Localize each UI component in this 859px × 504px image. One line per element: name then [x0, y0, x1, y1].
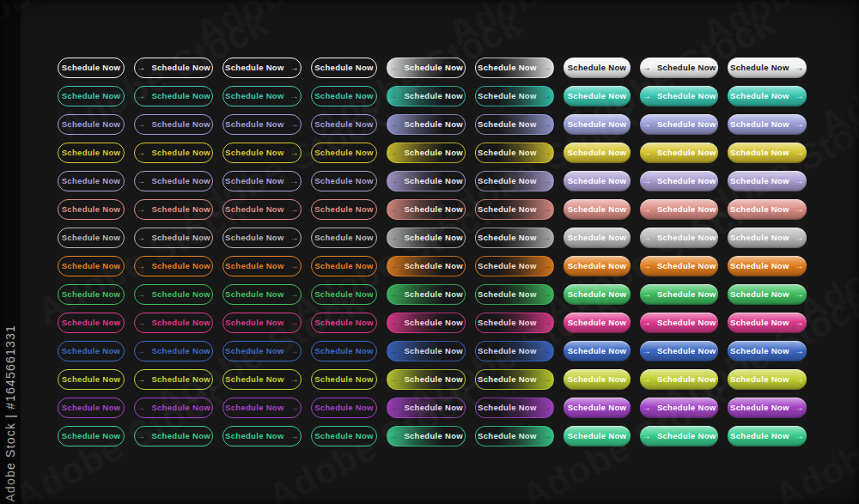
schedule-now-button-blue-solid-arrow-trailing[interactable]: Schedule Now→: [728, 341, 807, 361]
schedule-now-button-lavender-gradient-glow-leading[interactable]: →Schedule Now: [387, 171, 466, 191]
schedule-now-button-green-solid-arrow-trailing[interactable]: Schedule Now→: [728, 284, 807, 305]
schedule-now-button-teal-solid[interactable]: Schedule Now: [564, 86, 631, 106]
schedule-now-button-magenta-solid-arrow-trailing[interactable]: Schedule Now→: [728, 313, 807, 333]
schedule-now-button-yellow-solid[interactable]: Schedule Now: [564, 143, 631, 163]
schedule-now-button-violet-solid-arrow-leading[interactable]: →Schedule Now: [640, 398, 718, 418]
schedule-now-button-green-outline-thin[interactable]: Schedule Now: [311, 284, 377, 305]
schedule-now-button-lavender-outline-thin[interactable]: Schedule Now: [311, 171, 377, 191]
schedule-now-button-blue-outline-arrow-trailing[interactable]: Schedule Now→: [222, 341, 302, 361]
schedule-now-button-blue-outline-arrow-leading[interactable]: →Schedule Now: [134, 341, 213, 361]
schedule-now-button-white-solid-arrow-trailing[interactable]: Schedule Now→: [728, 58, 807, 78]
schedule-now-button-white-gradient-glow-leading[interactable]: →Schedule Now: [387, 58, 466, 78]
schedule-now-button-emerald-solid-arrow-leading[interactable]: →Schedule Now: [640, 426, 718, 446]
schedule-now-button-periwinkle-solid-arrow-trailing[interactable]: Schedule Now→: [728, 114, 807, 135]
schedule-now-button-teal-gradient-glow-trailing[interactable]: Schedule Now→: [475, 86, 554, 106]
schedule-now-button-silver-outline-arrow-leading[interactable]: →Schedule Now: [134, 228, 213, 248]
schedule-now-button-periwinkle-outline-arrow-leading[interactable]: →Schedule Now: [134, 114, 213, 135]
schedule-now-button-magenta-gradient-glow-trailing[interactable]: Schedule Now→: [475, 313, 554, 333]
schedule-now-button-salmon-outline-arrow-leading[interactable]: →Schedule Now: [134, 199, 213, 220]
schedule-now-button-periwinkle-gradient-glow-trailing[interactable]: Schedule Now→: [475, 114, 554, 135]
schedule-now-button-yellow-gradient-glow-leading[interactable]: →Schedule Now: [387, 143, 466, 163]
schedule-now-button-emerald-solid[interactable]: Schedule Now: [564, 426, 631, 446]
schedule-now-button-lime-outline-arrow-trailing[interactable]: Schedule Now→: [222, 369, 302, 390]
schedule-now-button-yellow-gradient-glow-trailing[interactable]: Schedule Now→: [475, 143, 554, 163]
schedule-now-button-orange-solid-arrow-leading[interactable]: →Schedule Now: [640, 256, 718, 276]
schedule-now-button-emerald-gradient-glow-trailing[interactable]: Schedule Now→: [475, 426, 554, 446]
schedule-now-button-magenta-solid[interactable]: Schedule Now: [564, 313, 631, 333]
schedule-now-button-emerald-outline[interactable]: Schedule Now: [58, 426, 125, 446]
schedule-now-button-yellow-solid-arrow-trailing[interactable]: Schedule Now→: [728, 143, 807, 163]
schedule-now-button-orange-gradient-glow-leading[interactable]: →Schedule Now: [387, 256, 466, 276]
schedule-now-button-salmon-outline-thin[interactable]: Schedule Now: [311, 199, 377, 220]
schedule-now-button-salmon-gradient-glow-trailing[interactable]: Schedule Now→: [475, 199, 554, 220]
schedule-now-button-green-solid[interactable]: Schedule Now: [564, 284, 631, 305]
schedule-now-button-lime-outline-arrow-leading[interactable]: →Schedule Now: [134, 369, 213, 390]
schedule-now-button-silver-gradient-glow-leading[interactable]: →Schedule Now: [387, 228, 466, 248]
schedule-now-button-lime-gradient-glow-leading[interactable]: →Schedule Now: [387, 369, 466, 390]
schedule-now-button-blue-gradient-glow-leading[interactable]: →Schedule Now: [387, 341, 466, 361]
schedule-now-button-periwinkle-outline-thin[interactable]: Schedule Now: [311, 114, 377, 135]
schedule-now-button-orange-outline-arrow-trailing[interactable]: Schedule Now→: [222, 256, 302, 276]
schedule-now-button-magenta-solid-arrow-leading[interactable]: →Schedule Now: [640, 313, 718, 333]
schedule-now-button-teal-gradient-glow-leading[interactable]: →Schedule Now: [387, 86, 466, 106]
schedule-now-button-yellow-outline[interactable]: Schedule Now: [58, 143, 125, 163]
schedule-now-button-white-outline[interactable]: Schedule Now: [58, 58, 125, 78]
schedule-now-button-lime-solid-arrow-leading[interactable]: →Schedule Now: [640, 369, 718, 390]
schedule-now-button-violet-gradient-glow-trailing[interactable]: Schedule Now→: [475, 398, 554, 418]
schedule-now-button-lime-outline[interactable]: Schedule Now: [58, 369, 125, 390]
schedule-now-button-magenta-outline[interactable]: Schedule Now: [58, 313, 125, 333]
schedule-now-button-green-outline[interactable]: Schedule Now: [58, 284, 125, 305]
schedule-now-button-lavender-solid-arrow-trailing[interactable]: Schedule Now→: [728, 171, 807, 191]
schedule-now-button-lavender-outline-arrow-trailing[interactable]: Schedule Now→: [222, 171, 302, 191]
schedule-now-button-white-solid-arrow-leading[interactable]: →Schedule Now: [640, 58, 718, 78]
schedule-now-button-violet-gradient-glow-leading[interactable]: →Schedule Now: [387, 398, 466, 418]
schedule-now-button-violet-outline-arrow-trailing[interactable]: Schedule Now→: [222, 398, 302, 418]
schedule-now-button-periwinkle-outline-arrow-trailing[interactable]: Schedule Now→: [222, 114, 302, 135]
schedule-now-button-green-outline-arrow-leading[interactable]: →Schedule Now: [134, 284, 213, 305]
schedule-now-button-teal-solid-arrow-trailing[interactable]: Schedule Now→: [728, 86, 807, 106]
schedule-now-button-lime-outline-thin[interactable]: Schedule Now: [311, 369, 377, 390]
schedule-now-button-emerald-gradient-glow-leading[interactable]: →Schedule Now: [387, 426, 466, 446]
schedule-now-button-green-gradient-glow-trailing[interactable]: Schedule Now→: [475, 284, 554, 305]
schedule-now-button-teal-solid-arrow-leading[interactable]: →Schedule Now: [640, 86, 718, 106]
schedule-now-button-magenta-gradient-glow-leading[interactable]: →Schedule Now: [387, 313, 466, 333]
schedule-now-button-blue-solid-arrow-leading[interactable]: →Schedule Now: [640, 341, 718, 361]
schedule-now-button-lavender-outline-arrow-leading[interactable]: →Schedule Now: [134, 171, 213, 191]
schedule-now-button-violet-outline-thin[interactable]: Schedule Now: [311, 398, 377, 418]
schedule-now-button-violet-solid-arrow-trailing[interactable]: Schedule Now→: [728, 398, 807, 418]
schedule-now-button-magenta-outline-thin[interactable]: Schedule Now: [311, 313, 377, 333]
schedule-now-button-emerald-outline-arrow-trailing[interactable]: Schedule Now→: [222, 426, 302, 446]
schedule-now-button-lime-solid[interactable]: Schedule Now: [564, 369, 631, 390]
schedule-now-button-blue-outline[interactable]: Schedule Now: [58, 341, 125, 361]
schedule-now-button-teal-outline[interactable]: Schedule Now: [58, 86, 125, 106]
schedule-now-button-green-outline-arrow-trailing[interactable]: Schedule Now→: [222, 284, 302, 305]
schedule-now-button-teal-outline-arrow-leading[interactable]: →Schedule Now: [134, 86, 213, 106]
schedule-now-button-white-outline-arrow-trailing[interactable]: Schedule Now→: [222, 58, 302, 78]
schedule-now-button-violet-outline[interactable]: Schedule Now: [58, 398, 125, 418]
schedule-now-button-silver-outline[interactable]: Schedule Now: [58, 228, 125, 248]
schedule-now-button-periwinkle-solid-arrow-leading[interactable]: →Schedule Now: [640, 114, 718, 135]
schedule-now-button-emerald-outline-thin[interactable]: Schedule Now: [311, 426, 377, 446]
schedule-now-button-violet-solid[interactable]: Schedule Now: [564, 398, 631, 418]
schedule-now-button-white-outline-arrow-leading[interactable]: →Schedule Now: [134, 58, 213, 78]
schedule-now-button-magenta-outline-arrow-leading[interactable]: →Schedule Now: [134, 313, 213, 333]
schedule-now-button-silver-solid-arrow-trailing[interactable]: Schedule Now→: [728, 228, 807, 248]
schedule-now-button-violet-outline-arrow-leading[interactable]: →Schedule Now: [134, 398, 213, 418]
schedule-now-button-magenta-outline-arrow-trailing[interactable]: Schedule Now→: [222, 313, 302, 333]
schedule-now-button-silver-solid-arrow-leading[interactable]: →Schedule Now: [640, 228, 718, 248]
schedule-now-button-periwinkle-gradient-glow-leading[interactable]: →Schedule Now: [387, 114, 466, 135]
schedule-now-button-green-solid-arrow-leading[interactable]: →Schedule Now: [640, 284, 718, 305]
schedule-now-button-silver-gradient-glow-trailing[interactable]: Schedule Now→: [475, 228, 554, 248]
schedule-now-button-yellow-outline-arrow-trailing[interactable]: Schedule Now→: [222, 143, 302, 163]
schedule-now-button-blue-outline-thin[interactable]: Schedule Now: [311, 341, 377, 361]
schedule-now-button-salmon-solid-arrow-trailing[interactable]: Schedule Now→: [728, 199, 807, 220]
schedule-now-button-orange-gradient-glow-trailing[interactable]: Schedule Now→: [475, 256, 554, 276]
schedule-now-button-yellow-outline-thin[interactable]: Schedule Now: [311, 143, 377, 163]
schedule-now-button-green-gradient-glow-leading[interactable]: →Schedule Now: [387, 284, 466, 305]
schedule-now-button-orange-solid-arrow-trailing[interactable]: Schedule Now→: [728, 256, 807, 276]
schedule-now-button-blue-gradient-glow-trailing[interactable]: Schedule Now→: [475, 341, 554, 361]
schedule-now-button-silver-outline-thin[interactable]: Schedule Now: [311, 228, 377, 248]
schedule-now-button-white-outline-thin[interactable]: Schedule Now: [311, 58, 377, 78]
schedule-now-button-blue-solid[interactable]: Schedule Now: [564, 341, 631, 361]
schedule-now-button-teal-outline-thin[interactable]: Schedule Now: [311, 86, 377, 106]
